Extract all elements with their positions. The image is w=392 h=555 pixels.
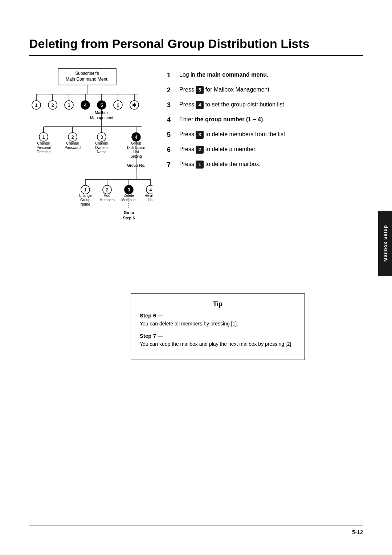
diagram-svg: Subscriber's Main Command Menu 1 2 [29,67,152,278]
step-7-num: 7 [167,160,177,170]
svg-text:4: 4 [135,134,138,140]
tip-step6-text: You can delete all members by pressing [… [140,320,296,328]
step-1: 1 Log in the main command menu. [167,70,363,80]
tip-step7-text: You can keep the mailbox and play the ne… [140,340,296,348]
svg-text:Change: Change [95,141,108,145]
svg-text:Greeting: Greeting [37,150,50,154]
side-tab: Mailbox Setup [378,211,392,276]
svg-text:Members: Members [99,198,115,202]
svg-text:Change: Change [66,141,79,145]
step-4: 4 Enter the group number (1 – 4). [167,115,363,125]
svg-text:Change: Change [37,141,50,145]
step-5: 5 Press 3 to delete members from the lis… [167,130,363,140]
svg-text:3: 3 [100,134,103,140]
main-content: Subscriber's Main Command Menu 1 2 [29,67,363,279]
svg-text:1: 1 [84,187,86,193]
svg-text:4: 4 [84,102,87,108]
page-title: Deleting from Personal Group Distributio… [29,36,363,51]
step-3-text: Press 4 to set the group distribution li… [179,100,286,109]
svg-text:6: 6 [117,102,119,108]
svg-text:Subscriber's: Subscriber's [75,71,99,76]
step-2-text: Press 5 for Mailbox Management. [179,85,271,94]
step-7: 7 Press 1 to delete the mailbox. [167,160,363,170]
title-rule [29,55,363,56]
svg-text:Name: Name [81,202,90,206]
tip-box: Tip Step 6 — You can delete all members … [131,293,305,360]
svg-text:Name: Name [97,150,107,154]
svg-text:✱: ✱ [132,102,136,108]
key-1: 1 [196,161,204,169]
svg-text:Group No.: Group No. [127,163,146,167]
page-number: 5-12 [352,529,363,535]
svg-text:Review: Review [145,194,152,198]
tip-step7-label: Step 7 — [140,333,296,339]
svg-text:Password: Password [65,146,81,150]
svg-text:1: 1 [42,134,45,140]
key-3: 3 [196,131,204,139]
svg-text:1: 1 [35,102,37,108]
diagram-area: Subscriber's Main Command Menu 1 2 [29,67,152,279]
step-4-text: Enter the group number (1 – 4). [179,115,265,124]
key-2: 2 [196,146,204,154]
svg-text:Group: Group [80,198,90,202]
step-6-num: 6 [167,145,177,155]
svg-text:5: 5 [100,102,103,108]
key-4a: 4 [196,101,204,109]
svg-text:3: 3 [68,102,70,108]
bottom-rule [29,526,363,526]
step-3: 3 Press 4 to set the group distribution … [167,100,363,110]
step-2-num: 2 [167,85,177,95]
svg-text:Go to: Go to [124,210,134,215]
step-3-num: 3 [167,100,177,110]
svg-text:Add: Add [104,194,110,198]
svg-text:Personal: Personal [36,146,50,150]
steps-area: 1 Log in the main command menu. 2 Press … [167,67,363,279]
side-tab-label: Mailbox Setup [383,225,388,262]
svg-text:Main Command Menu: Main Command Menu [66,77,109,82]
svg-text:4: 4 [149,187,152,193]
key-5: 5 [196,86,204,94]
tip-title: Tip [140,300,296,308]
page: Mailbox Setup Deleting from Personal Gro… [0,0,392,555]
step-5-text: Press 3 to delete members from the list. [179,130,287,139]
svg-text:Owner's: Owner's [95,146,108,150]
step-2: 2 Press 5 for Mailbox Management. [167,85,363,95]
svg-text:2: 2 [71,134,74,140]
step-6: 6 Press 2 to delete a member. [167,145,363,155]
step-1-num: 1 [167,70,177,80]
svg-text:List: List [148,198,152,202]
svg-text:Step 6: Step 6 [123,216,135,220]
svg-text:2: 2 [106,187,108,193]
tip-step6-label: Step 6 — [140,312,296,319]
svg-text:3: 3 [127,187,130,193]
svg-text:Change: Change [79,194,91,198]
step-7-text: Press 1 to delete the mailbox. [179,160,261,169]
step-4-num: 4 [167,115,177,125]
svg-text:2: 2 [51,102,54,108]
step-5-num: 5 [167,130,177,140]
step-1-text: Log in the main command menu. [179,70,268,79]
step-6-text: Press 2 to delete a member. [179,145,257,154]
